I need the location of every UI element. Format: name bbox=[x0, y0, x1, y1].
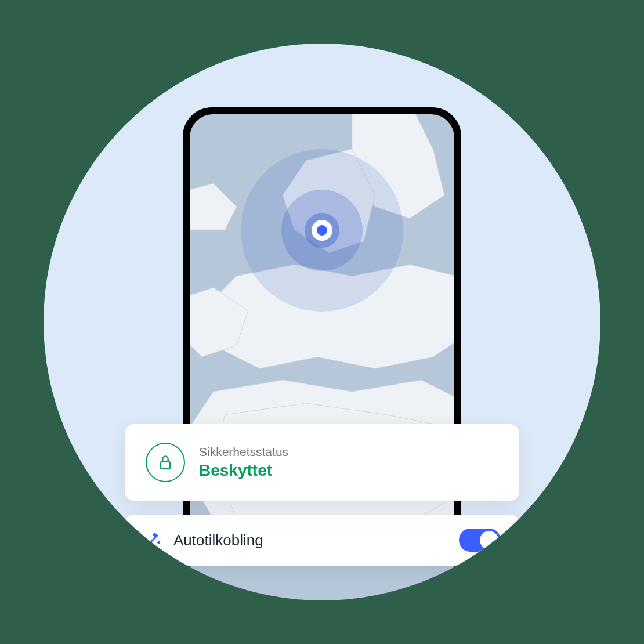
lock-icon bbox=[157, 454, 173, 471]
autoconnect-card[interactable]: Autotilkobling bbox=[125, 515, 519, 566]
svg-rect-0 bbox=[161, 462, 170, 469]
background-circle: Sikkerhetsstatus Beskyttet Autotilkoblin… bbox=[44, 44, 600, 600]
security-status-value: Beskyttet bbox=[199, 461, 288, 480]
location-dot bbox=[317, 225, 327, 236]
autoconnect-label: Autotilkobling bbox=[173, 531, 447, 549]
security-status-label: Sikkerhetsstatus bbox=[199, 445, 288, 459]
wand-icon bbox=[143, 531, 162, 549]
cards-container: Sikkerhetsstatus Beskyttet Autotilkoblin… bbox=[125, 424, 519, 566]
toggle-knob bbox=[480, 531, 498, 549]
status-text-group: Sikkerhetsstatus Beskyttet bbox=[199, 445, 288, 480]
lock-icon-circle bbox=[146, 443, 185, 482]
security-status-card[interactable]: Sikkerhetsstatus Beskyttet bbox=[125, 424, 519, 501]
location-marker bbox=[312, 220, 332, 241]
autoconnect-toggle[interactable] bbox=[459, 529, 501, 552]
